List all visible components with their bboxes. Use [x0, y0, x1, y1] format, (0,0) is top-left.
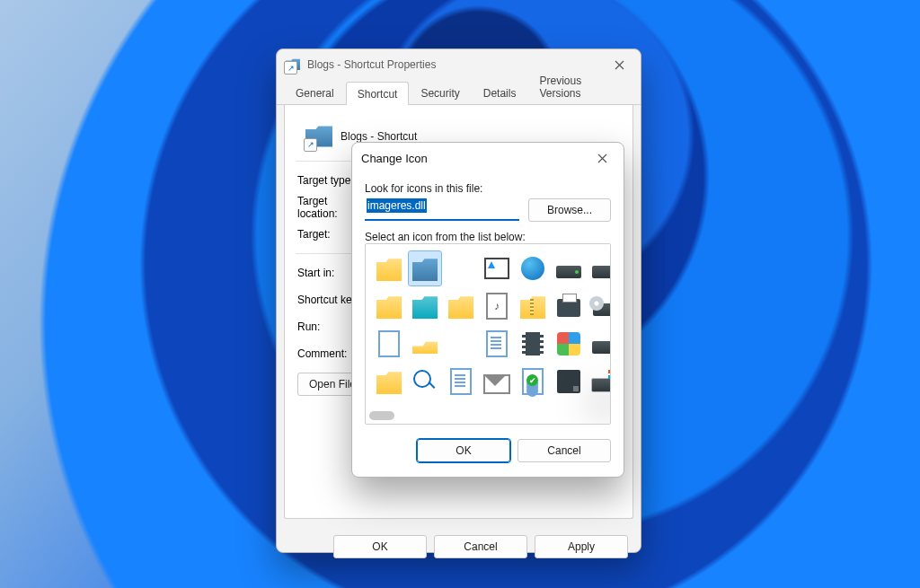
- doc-check-icon: [522, 368, 544, 395]
- icon-option-mail[interactable]: [481, 364, 513, 399]
- icon-option-folder-small-yellow[interactable]: [409, 327, 441, 361]
- icon-option-cd-drive[interactable]: [588, 289, 611, 323]
- properties-ok-button[interactable]: OK: [333, 535, 427, 558]
- tab-details[interactable]: Details: [472, 81, 528, 104]
- folder-yellow-icon: [448, 294, 473, 319]
- diskette-icon: [557, 370, 580, 393]
- icon-option-control-panel[interactable]: [553, 327, 585, 361]
- look-for-icons-label: Look for icons in this file:: [365, 182, 611, 195]
- change-icon-close-button[interactable]: [582, 144, 622, 172]
- icon-option-folder-cyan[interactable]: [409, 289, 441, 323]
- shortcut-arrow-icon: ↗: [284, 61, 297, 75]
- icon-option-folder-blue[interactable]: [409, 251, 441, 285]
- icon-option-magnifier[interactable]: [409, 364, 441, 399]
- drive-win-icon: [591, 378, 611, 392]
- mail-icon: [483, 374, 510, 394]
- tab-previous-versions[interactable]: Previous Versions: [527, 68, 633, 104]
- doc-icon: [450, 368, 472, 395]
- picture-icon: [484, 258, 509, 279]
- change-icon-title: Change Icon: [361, 152, 428, 165]
- folder-shortcut-icon: ↗: [286, 57, 300, 72]
- globe-icon: [521, 257, 544, 280]
- tab-general[interactable]: General: [284, 81, 346, 104]
- icon-option-drive[interactable]: [588, 251, 611, 285]
- icon-option-music-doc[interactable]: [481, 289, 513, 323]
- icon-option-diskette[interactable]: [553, 364, 585, 399]
- blank-icon: [448, 331, 473, 356]
- icon-list[interactable]: [365, 243, 611, 425]
- icon-list-scrollbar[interactable]: [369, 411, 394, 420]
- change-icon-ok-button[interactable]: OK: [417, 439, 510, 462]
- icon-option-printer[interactable]: [553, 289, 585, 323]
- icon-option-film[interactable]: [517, 327, 549, 361]
- icon-option-drive[interactable]: [553, 251, 585, 285]
- folder-cyan-icon: [412, 294, 438, 319]
- folder-yellow-icon: [376, 294, 402, 319]
- drive-icon: [556, 266, 581, 278]
- x-drive-icon: [592, 341, 611, 354]
- select-icon-label: Select an icon from the list below:: [365, 231, 611, 243]
- icon-path-value: imageres.dll: [367, 198, 427, 213]
- close-icon: [597, 154, 607, 163]
- tab-shortcut[interactable]: Shortcut: [346, 82, 410, 105]
- film-icon: [522, 332, 544, 355]
- change-icon-cancel-button[interactable]: Cancel: [518, 439, 611, 462]
- doc-icon: [486, 330, 508, 357]
- control-panel-icon: [557, 332, 580, 355]
- icon-option-folder-yellow[interactable]: [373, 364, 405, 399]
- properties-title: Blogs - Shortcut Properties: [307, 58, 436, 71]
- icon-option-x-drive[interactable]: [588, 327, 611, 361]
- icon-option-doc-blank[interactable]: [373, 327, 405, 361]
- properties-button-bar: OK Cancel Apply: [277, 526, 641, 571]
- drive-icon: [592, 266, 611, 278]
- folder-yellow-icon: [376, 256, 402, 281]
- zip-folder-icon: [520, 294, 545, 319]
- icon-option-zip-folder[interactable]: [517, 289, 549, 323]
- change-icon-titlebar[interactable]: Change Icon: [352, 143, 624, 173]
- icon-option-drive-win[interactable]: [588, 364, 611, 399]
- change-icon-button-bar: OK Cancel: [352, 430, 624, 475]
- icon-path-input[interactable]: imageres.dll: [365, 199, 519, 221]
- folder-small-yellow-icon: [412, 341, 438, 354]
- icon-option-folder-yellow[interactable]: [445, 289, 477, 323]
- properties-apply-button[interactable]: Apply: [535, 535, 628, 558]
- cd-drive-icon: [593, 303, 611, 316]
- folder-blue-icon: [412, 256, 438, 281]
- icon-option-globe[interactable]: [517, 251, 549, 285]
- icon-option-doc[interactable]: [445, 364, 477, 399]
- icon-option-doc[interactable]: [481, 327, 513, 361]
- shortcut-arrow-icon: ↗: [304, 138, 317, 152]
- properties-tabs: General Shortcut Security Details Previo…: [277, 80, 641, 105]
- icon-option-folder-yellow[interactable]: [373, 251, 405, 285]
- blank-icon: [448, 256, 473, 281]
- browse-button[interactable]: Browse...: [528, 198, 611, 222]
- shortcut-large-icon: ↗: [297, 124, 341, 150]
- icon-option-doc-check[interactable]: [517, 364, 549, 399]
- icon-option-blank[interactable]: [445, 327, 477, 361]
- icon-option-picture[interactable]: [481, 251, 513, 285]
- properties-cancel-button[interactable]: Cancel: [434, 535, 527, 558]
- icon-option-blank[interactable]: [445, 251, 477, 285]
- icon-option-folder-yellow[interactable]: [373, 289, 405, 323]
- change-icon-dialog: Change Icon Look for icons in this file:…: [351, 142, 624, 478]
- music-doc-icon: [486, 293, 508, 320]
- shortcut-name: Blogs - Shortcut: [341, 130, 417, 143]
- doc-blank-icon: [378, 330, 400, 357]
- folder-yellow-icon: [376, 369, 402, 394]
- tab-security[interactable]: Security: [409, 81, 471, 104]
- printer-icon: [557, 299, 580, 317]
- magnifier-icon: [413, 370, 437, 393]
